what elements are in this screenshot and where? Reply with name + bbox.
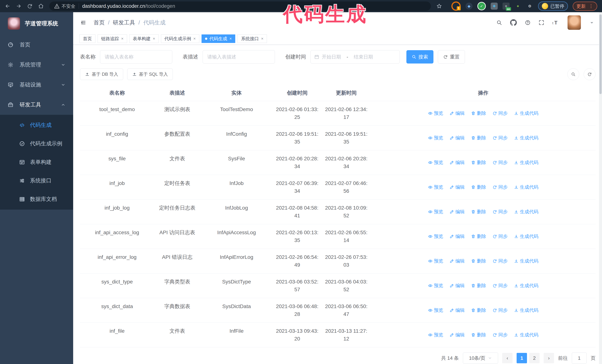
action-预览[interactable]: 预览 — [428, 110, 443, 117]
next-page-button[interactable]: › — [544, 353, 554, 363]
page-size-select[interactable]: 10条/页 — [463, 353, 498, 364]
sidebar-item-研发工具[interactable]: 研发工具 — [0, 95, 73, 115]
page-button-1[interactable]: 1 — [516, 353, 527, 363]
action-删除[interactable]: 删除 — [471, 184, 486, 191]
tag-代码生成示例[interactable]: 代码生成示例× — [161, 34, 199, 43]
extension-android-icon[interactable]: ⌖ — [514, 3, 521, 10]
tag-close-icon[interactable]: × — [261, 36, 263, 41]
action-预览[interactable]: 预览 — [428, 184, 443, 191]
date-range-picker[interactable]: 开始日期 - 结束日期 — [311, 50, 400, 63]
github-icon[interactable] — [510, 19, 517, 26]
goto-page-input[interactable] — [572, 353, 587, 364]
action-生成代码[interactable]: 生成代码 — [514, 307, 538, 314]
action-编辑[interactable]: 编辑 — [450, 135, 465, 141]
action-删除[interactable]: 删除 — [471, 208, 486, 215]
fullscreen-icon[interactable] — [539, 20, 544, 25]
address-bar[interactable]: 不安全 dashboard.yudao.iocoder.cn/tool/code… — [49, 1, 431, 11]
tag-close-icon[interactable]: × — [194, 36, 196, 41]
extension-columns-icon[interactable]: ❖ — [491, 3, 498, 10]
caret-down-icon[interactable] — [589, 20, 595, 25]
extension-gem-icon[interactable]: ◆ — [465, 3, 473, 10]
action-生成代码[interactable]: 生成代码 — [514, 208, 538, 215]
action-同步[interactable]: 同步 — [493, 332, 508, 338]
extension-green-check-icon[interactable]: ✓ — [477, 2, 486, 10]
action-同步[interactable]: 同步 — [493, 307, 508, 314]
action-编辑[interactable]: 编辑 — [450, 282, 465, 289]
action-预览[interactable]: 预览 — [428, 135, 443, 141]
action-编辑[interactable]: 编辑 — [450, 332, 465, 338]
action-删除[interactable]: 删除 — [471, 135, 486, 141]
sidebar-item-系统管理[interactable]: 系统管理 — [0, 55, 73, 75]
chrome-menu-icon[interactable]: ⋮ — [589, 5, 593, 7]
action-同步[interactable]: 同步 — [493, 184, 508, 191]
action-预览[interactable]: 预览 — [428, 233, 443, 240]
action-生成代码[interactable]: 生成代码 — [514, 233, 538, 240]
tag-首页[interactable]: 首页 — [79, 34, 95, 43]
submenu-item-数据库文档[interactable]: 数据库文档 — [0, 190, 73, 208]
action-生成代码[interactable]: 生成代码 — [514, 135, 538, 141]
reset-button[interactable]: 重置 — [438, 50, 465, 63]
submenu-item-代码生成示例[interactable]: 代码生成示例 — [0, 135, 73, 153]
breadcrumb-tools[interactable]: 研发工具 — [113, 19, 135, 26]
tag-close-icon[interactable]: × — [229, 36, 232, 41]
action-编辑[interactable]: 编辑 — [450, 258, 465, 265]
action-预览[interactable]: 预览 — [428, 159, 443, 166]
action-删除[interactable]: 删除 — [471, 110, 486, 117]
table-desc-input[interactable] — [203, 50, 275, 63]
action-同步[interactable]: 同步 — [493, 258, 508, 265]
action-预览[interactable]: 预览 — [428, 258, 443, 265]
search-icon[interactable] — [496, 20, 502, 25]
toggle-search-button[interactable] — [567, 68, 579, 80]
import-sql-button[interactable]: 基于 SQL 导入 — [127, 69, 173, 80]
home-icon[interactable] — [38, 3, 44, 9]
tag-链路追踪[interactable]: 链路追踪× — [98, 34, 127, 43]
tag-close-icon[interactable]: × — [153, 36, 155, 41]
action-编辑[interactable]: 编辑 — [450, 159, 465, 166]
submenu-item-表单构建[interactable]: 表单构建 — [0, 153, 73, 171]
action-同步[interactable]: 同步 — [493, 282, 508, 289]
tag-代码生成[interactable]: 代码生成× — [202, 34, 236, 43]
action-编辑[interactable]: 编辑 — [450, 208, 465, 215]
action-同步[interactable]: 同步 — [493, 110, 508, 117]
page-scrollbar[interactable] — [599, 12, 602, 364]
sidebar-item-首页[interactable]: 首页 — [0, 35, 73, 55]
chrome-update-button[interactable]: 更新 ⋮ — [573, 2, 597, 11]
tag-系统接口[interactable]: 系统接口× — [237, 34, 267, 43]
extension-switch-icon[interactable]: ≡on — [503, 3, 510, 10]
action-预览[interactable]: 预览 — [428, 282, 443, 289]
action-删除[interactable]: 删除 — [471, 332, 486, 338]
user-avatar[interactable] — [568, 15, 581, 30]
extension-orange-icon[interactable]: 1 — [452, 1, 461, 11]
back-icon[interactable] — [5, 3, 10, 9]
refresh-table-button[interactable] — [584, 68, 595, 80]
action-同步[interactable]: 同步 — [493, 208, 508, 215]
sidebar-collapse-icon[interactable] — [81, 20, 86, 25]
action-同步[interactable]: 同步 — [493, 159, 508, 166]
action-删除[interactable]: 删除 — [471, 159, 486, 166]
search-button[interactable]: 搜索 — [406, 50, 433, 63]
action-生成代码[interactable]: 生成代码 — [514, 332, 538, 338]
action-删除[interactable]: 删除 — [471, 307, 486, 314]
page-button-2[interactable]: 2 — [529, 353, 540, 363]
action-同步[interactable]: 同步 — [493, 233, 508, 240]
breadcrumb-home[interactable]: 首页 — [94, 19, 105, 26]
action-生成代码[interactable]: 生成代码 — [514, 282, 538, 289]
sidebar-logo-row[interactable]: 芋道管理系统 — [0, 12, 73, 35]
action-编辑[interactable]: 编辑 — [450, 184, 465, 191]
action-编辑[interactable]: 编辑 — [450, 307, 465, 314]
date-end-placeholder[interactable]: 结束日期 — [354, 54, 373, 60]
action-生成代码[interactable]: 生成代码 — [514, 184, 538, 191]
action-预览[interactable]: 预览 — [428, 332, 443, 338]
bookmark-star-icon[interactable] — [436, 3, 442, 9]
submenu-item-代码生成[interactable]: 代码生成 — [0, 116, 73, 135]
action-编辑[interactable]: 编辑 — [450, 110, 465, 117]
action-预览[interactable]: 预览 — [428, 307, 443, 314]
sidebar-item-基础设施[interactable]: 基础设施 — [0, 75, 73, 95]
font-size-icon[interactable]: tT — [552, 20, 559, 25]
tag-close-icon[interactable]: × — [121, 36, 124, 41]
action-删除[interactable]: 删除 — [471, 233, 486, 240]
action-删除[interactable]: 删除 — [471, 282, 486, 289]
forward-icon[interactable] — [16, 3, 22, 9]
action-删除[interactable]: 删除 — [471, 258, 486, 265]
action-同步[interactable]: 同步 — [493, 135, 508, 141]
